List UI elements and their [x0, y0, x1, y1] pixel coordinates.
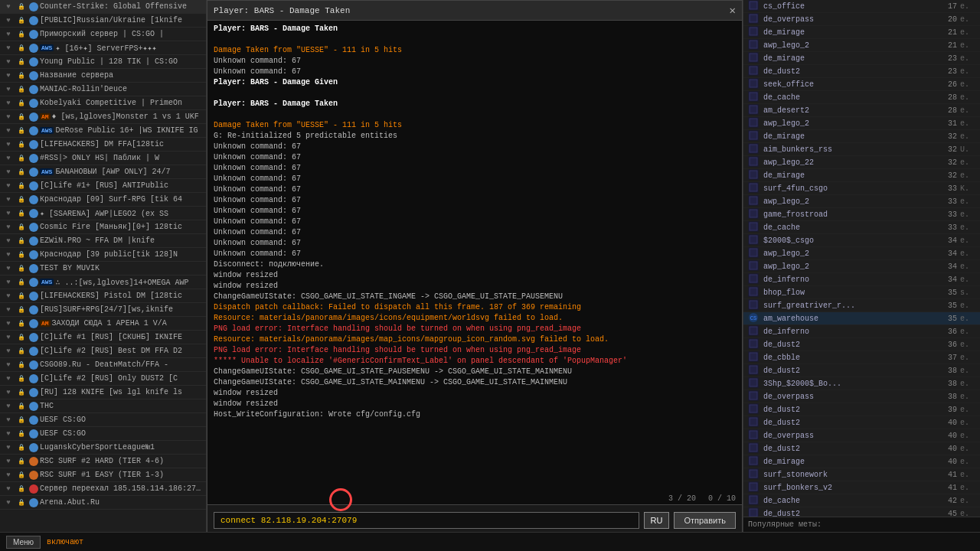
server-list-item[interactable]: ♥🔒[RU] 128 KNIFE [ws lgl knife ls	[0, 386, 206, 399]
map-extra-info: e.	[960, 106, 975, 115]
map-list-item[interactable]: de_mirage32e.	[743, 169, 980, 182]
favorite-icon: ♥	[6, 99, 10, 107]
favorite-icon: ♥	[6, 168, 10, 176]
map-list-item[interactable]: awp_lego_233e.	[743, 195, 980, 208]
server-list-item[interactable]: ♥🔒AWSDeRose Public 16+ |WS IKNIFE IG	[0, 124, 206, 138]
map-list-item[interactable]: awp_lego_234e.	[743, 260, 980, 273]
map-list-item[interactable]: de_overpass38e.	[743, 390, 980, 403]
map-list-item[interactable]: de_dust239e.	[743, 403, 980, 416]
map-list-item[interactable]: surf_greatriver_r...35e.	[743, 299, 980, 312]
favorite-icon: ♥	[6, 499, 10, 507]
map-list-item[interactable]: de_cbble37e.	[743, 351, 980, 364]
server-list-item[interactable]: ♥🔒RSC SURF #1 EASY (TIER 1-3)	[0, 468, 206, 482]
map-list-item[interactable]: surf_bonkers_v241e.	[743, 481, 980, 494]
lock-icon: 🔒	[18, 58, 25, 65]
map-list-item[interactable]: 3Shp_$2000$_Bo...38e.	[743, 377, 980, 390]
server-list-item[interactable]: ♥🔒AWS✦ [16+✦] ServerFPS+✦✦✦	[0, 41, 206, 55]
map-list-item[interactable]: de_mirage40e.	[743, 455, 980, 468]
map-list-item[interactable]: awp_lego_2232e.	[743, 156, 980, 169]
map-list-item[interactable]: aim_bunkers_rss32U.	[743, 143, 980, 156]
send-button[interactable]: Отправить	[674, 512, 736, 529]
close-icon[interactable]: ✕	[730, 4, 736, 17]
server-list-item[interactable]: ♥🔒RSC SURF #2 HARD (TIER 4-6)	[0, 455, 206, 468]
map-list-item[interactable]: seek_office26e.	[743, 78, 980, 91]
map-icon	[748, 429, 760, 442]
map-list-item[interactable]: am_desert228e.	[743, 104, 980, 117]
server-list-item[interactable]: ♥🔒[LIFEHACKERS] DM FFA[128tic	[0, 138, 206, 152]
server-list-item[interactable]: ♥🔒Counter-Strike: Global Offensive	[0, 0, 206, 14]
lock-icon: 🔒	[18, 31, 25, 37]
server-name-label: Young Public | 128 TIK | CS:GO	[40, 57, 203, 66]
map-list-item[interactable]: de_dust236e.	[743, 338, 980, 351]
map-list-item[interactable]: surf_stonework41e.	[743, 468, 980, 481]
server-list-item[interactable]: ♥🔒AMЗАХОДИ СЮДА 1 АРЕНА 1 V/A	[0, 317, 206, 331]
server-list-item[interactable]: ♥🔒[C]Life #2 [RUS] Best DM FFA D2	[0, 344, 206, 358]
server-list-item[interactable]: ♥🔒AWS∴ ..:[ws,lgloves]14+OMEGA AWP	[0, 276, 206, 289]
map-list-item[interactable]: de_dust240e.	[743, 416, 980, 429]
map-icon	[748, 442, 760, 455]
menu-button[interactable]: Меню	[6, 536, 41, 549]
server-list-item[interactable]: ♥🔒[LIFEHACKERS] Pistol DM [128tic	[0, 289, 206, 303]
server-list-item[interactable]: ♥🔒[C]Life #1 [RUS] [СКUHБ] IKNIFE	[0, 331, 206, 344]
server-list-item[interactable]: ♥🔒[RUS]SURF+RPG[24/7][ws,iknife	[0, 303, 206, 317]
map-list-item[interactable]: awp_lego_221e.	[743, 39, 980, 52]
map-list-item[interactable]: de_dust240e.	[743, 442, 980, 455]
map-list-item[interactable]: de_overpass40e.	[743, 429, 980, 442]
map-name-label: de_mirage	[763, 458, 939, 466]
language-button[interactable]: RU	[644, 512, 670, 529]
server-list-item[interactable]: ♥🔒LuganskCyberSportLeague№1	[0, 441, 206, 455]
map-player-count: 38	[939, 367, 957, 375]
map-list-item[interactable]: surf_4fun_csgo33K.	[743, 182, 980, 195]
server-list-item[interactable]: ♥🔒UESF CS:GO	[0, 413, 206, 427]
map-list-item[interactable]: $2000$_csgo34e.	[743, 234, 980, 247]
map-list-item[interactable]: awp_lego_231e.	[743, 117, 980, 130]
map-list-item[interactable]: de_mirage23e.	[743, 52, 980, 65]
map-list-item[interactable]: de_cache28e.	[743, 91, 980, 104]
server-list-item[interactable]: ♥🔒THC	[0, 399, 206, 413]
console-line: PNG load error: Interface handling shoul…	[214, 345, 736, 356]
map-list-item[interactable]: de_cache42e.	[743, 494, 980, 507]
map-list-item[interactable]: de_mirage32e.	[743, 130, 980, 143]
server-list-item[interactable]: ♥🔒AM♦ [ws,lgloves]Monster 1 vs 1 UKF	[0, 110, 206, 124]
server-list-item[interactable]: ♥🔒MANIAC-Rollin'Deuce	[0, 83, 206, 96]
map-extra-info: e.	[960, 315, 975, 323]
svg-rect-53	[750, 340, 757, 347]
map-extra-info: e.	[960, 406, 975, 414]
server-list-item[interactable]: ♥🔒TEST BY MUVIK	[0, 262, 206, 276]
server-list-item[interactable]: ♥🔒Young Public | 128 TIK | CS:GO	[0, 55, 206, 69]
map-list-item[interactable]: de_dust223e.	[743, 65, 980, 78]
map-list-item[interactable]: awp_lego_234e.	[743, 247, 980, 260]
map-icon	[748, 169, 760, 181]
map-list-item[interactable]: de_dust238e.	[743, 364, 980, 377]
map-list-item[interactable]: de_inferno34e.	[743, 273, 980, 286]
server-list-item[interactable]: ♥🔒Kobelyaki Competitive | PrimeOn	[0, 96, 206, 110]
server-list-item[interactable]: ♥🔒#RSS|> ONLY HS| Паблик | W	[0, 152, 206, 165]
server-list-item[interactable]: ♥🔒Arena.Abut.Ru	[0, 496, 206, 510]
server-list-item[interactable]: ♥🔒CSGO89.Ru - DeatнMatch/FFA -	[0, 358, 206, 372]
server-list-item[interactable]: ♥🔒Название сервера	[0, 69, 206, 83]
console-line	[214, 34, 736, 45]
server-list-item[interactable]: ♥🔒✦ [SSARENA] AWP|LEGO2 (ex SS	[0, 207, 206, 220]
server-list-item[interactable]: ♥🔒Приморский сервер | CS:GO |	[0, 28, 206, 41]
server-list-item[interactable]: ♥🔒Сервер переехал 185.158.114.186:27022	[0, 482, 206, 496]
server-list-item[interactable]: ♥🔒[C]Life #2 [RUS] Only DUST2 [C	[0, 372, 206, 386]
server-list-item[interactable]: ♥🔒[C]Life #1+ [RUS] ANTIPublic	[0, 179, 206, 193]
server-list-item[interactable]: ♥🔒UESF CS:GO	[0, 427, 206, 441]
map-list-item[interactable]: game_frostroad33e.	[743, 208, 980, 221]
map-player-count: 32	[939, 171, 957, 180]
map-list-item[interactable]: CSam_warehouse35e.	[743, 312, 980, 325]
map-list-item[interactable]: bhop_flow35s.	[743, 286, 980, 299]
map-list-item[interactable]: de_inferno36e.	[743, 325, 980, 338]
map-list-item[interactable]: de_cache33e.	[743, 221, 980, 234]
server-list-item[interactable]: ♥🔒[PUBLIC]Russian/Ukraine [1knife	[0, 14, 206, 28]
console-input[interactable]	[214, 512, 639, 529]
map-list-item[interactable]: de_overpass20e.	[743, 13, 980, 26]
server-list-item[interactable]: ♥🔒Краснодар [09] Surf-RPG [tik 64	[0, 193, 206, 207]
map-list-item[interactable]: cs_office17e.	[743, 0, 980, 13]
server-list-item[interactable]: ♥🔒Cosmic Fire [Маньяк][0+] 128tic	[0, 220, 206, 234]
server-list-item[interactable]: ♥🔒Краснодар [39 public[tik 128]N	[0, 248, 206, 262]
server-status-icon	[29, 388, 38, 397]
server-list-item[interactable]: ♥🔒AWSБANAHOВЫЙ [AWP ONLY] 24/7	[0, 165, 206, 179]
map-list-item[interactable]: de_mirage21e.	[743, 26, 980, 39]
server-list-item[interactable]: ♥🔒EZWiN.PRO ~ FFA DM |knife	[0, 234, 206, 248]
